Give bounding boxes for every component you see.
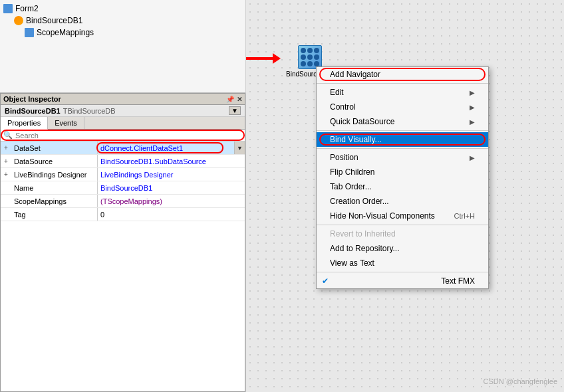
ctx-separator-5 — [317, 272, 488, 272]
oi-target: BindSourceDB1 TBindSourceDB ▼ — [1, 105, 245, 117]
oi-properties: + DataSet dConnect.ClientDataSet1 ▼ + Da… — [1, 142, 245, 391]
livebindings-name: LiveBindings Designer — [11, 168, 98, 181]
prop-row-name[interactable]: Name BindSourceDB1 — [1, 181, 245, 195]
tag-expander — [1, 208, 11, 221]
prop-row-tag[interactable]: Tag 0 — [1, 208, 245, 221]
ctx-bind-visually[interactable]: Bind Visually... — [317, 132, 488, 147]
datasource-name: DataSource — [11, 155, 98, 167]
ctx-position-arrow: ▶ — [470, 154, 475, 161]
main-layout: Form2 BindSourceDB1 ScopeMappings Object… — [0, 0, 564, 392]
tree-label-bindsource: BindSourceDB1 — [26, 16, 82, 25]
ctx-edit[interactable]: Edit ▶ — [317, 85, 488, 100]
ctx-separator-3 — [317, 148, 488, 149]
ctx-creation-order[interactable]: Creation Order... — [317, 194, 488, 209]
ctx-checkmark: ✔ — [322, 276, 329, 286]
datasource-expander[interactable]: + — [1, 155, 11, 167]
oi-search: 🔍 — [1, 130, 245, 142]
datasource-value: BindSourceDB1.SubDataSource — [98, 155, 245, 167]
right-panel[interactable]: BindSourceDB1 Add Navigator Edit ▶ Contr… — [246, 0, 564, 392]
name-prop-name: Name — [11, 181, 98, 194]
scopemappings-prop-name: ScopeMappings — [11, 195, 98, 207]
oi-pin-button[interactable]: 📌 — [226, 96, 234, 103]
db-icon — [13, 15, 24, 26]
ctx-separator-2 — [317, 130, 488, 131]
bind-dot-8 — [307, 61, 313, 66]
ctx-add-navigator[interactable]: Add Navigator — [317, 67, 488, 82]
search-icon: 🔍 — [3, 131, 13, 140]
bind-dot-6 — [314, 54, 319, 60]
left-panel: Form2 BindSourceDB1 ScopeMappings Object… — [0, 0, 246, 392]
bind-dot-1 — [301, 48, 306, 53]
bind-dot-3 — [314, 48, 319, 53]
bind-dot-5 — [307, 54, 313, 60]
ctx-revert: Revert to Inherited — [317, 227, 488, 241]
tree-area: Form2 BindSourceDB1 ScopeMappings — [0, 0, 245, 93]
ctx-control[interactable]: Control ▶ — [317, 100, 488, 114]
tree-item-bindsource[interactable]: BindSourceDB1 — [13, 15, 243, 27]
ctx-position[interactable]: Position ▶ — [317, 150, 488, 165]
oi-target-type: TBindSourceDB — [63, 107, 116, 115]
prop-row-scopemappings[interactable]: ScopeMappings (TScopeMappings) — [1, 195, 245, 208]
oi-tabs: Properties Events — [1, 117, 245, 130]
tree-item-form2[interactable]: Form2 — [3, 3, 243, 15]
ctx-text-fmx[interactable]: ✔ Text FMX — [317, 274, 488, 288]
arrow-shaft — [246, 57, 273, 60]
object-inspector: Object Inspector 📌 ✕ BindSourceDB1 TBind… — [0, 93, 245, 392]
dataset-dropdown[interactable]: ▼ — [234, 142, 245, 154]
tab-events[interactable]: Events — [48, 117, 84, 129]
name-value: BindSourceDB1 — [98, 181, 245, 194]
search-input[interactable] — [15, 132, 242, 140]
oi-target-name: BindSourceDB1 — [5, 107, 61, 115]
form-icon — [3, 3, 13, 14]
oi-close-button[interactable]: ✕ — [237, 96, 242, 103]
oi-title: Object Inspector — [3, 95, 61, 103]
livebindings-expander[interactable]: + — [1, 168, 11, 181]
ctx-control-arrow: ▶ — [470, 104, 475, 111]
bind-dot-2 — [307, 48, 313, 53]
ctx-quick-datasource[interactable]: Quick DataSource ▶ — [317, 114, 488, 129]
oi-target-dropdown[interactable]: ▼ — [229, 106, 241, 115]
red-arrow — [246, 53, 281, 64]
arrow-head — [273, 53, 281, 64]
oi-titlebar-buttons: 📌 ✕ — [226, 96, 242, 103]
bind-source-icon — [298, 45, 322, 69]
bind-dot-4 — [301, 54, 306, 60]
tag-value: 0 — [98, 208, 245, 221]
ctx-hide-shortcut: Ctrl+H — [454, 212, 475, 220]
watermark: CSDN @changfenglee — [484, 377, 557, 385]
prop-row-datasource[interactable]: + DataSource BindSourceDB1.SubDataSource — [1, 155, 245, 168]
ctx-view-text[interactable]: View as Text — [317, 256, 488, 270]
ctx-separator-4 — [317, 225, 488, 225]
ctx-tab-order[interactable]: Tab Order... — [317, 179, 488, 194]
scopemappings-expander — [1, 195, 11, 207]
prop-row-dataset[interactable]: + DataSet dConnect.ClientDataSet1 ▼ — [1, 142, 245, 155]
tree-item-scopemappings[interactable]: ScopeMappings — [24, 27, 243, 39]
ctx-edit-arrow: ▶ — [470, 89, 475, 96]
ctx-quick-ds-arrow: ▶ — [470, 118, 475, 126]
arrow-container — [246, 53, 281, 64]
name-expander — [1, 181, 11, 194]
tree-label-scopemappings: ScopeMappings — [37, 28, 94, 37]
ctx-add-repo[interactable]: Add to Repository... — [317, 241, 488, 256]
tag-prop-name: Tag — [11, 208, 98, 221]
dataset-name: DataSet — [11, 142, 98, 154]
context-menu: Add Navigator Edit ▶ Control ▶ Quick Dat… — [316, 66, 489, 289]
oi-titlebar: Object Inspector 📌 ✕ — [1, 94, 245, 105]
tab-properties[interactable]: Properties — [1, 117, 48, 130]
scopemappings-value: (TScopeMappings) — [98, 195, 245, 207]
dataset-value[interactable]: dConnect.ClientDataSet1 — [98, 142, 234, 154]
scope-icon — [24, 27, 35, 38]
ctx-flip-children[interactable]: Flip Children — [317, 165, 488, 179]
bind-dot-9 — [314, 61, 319, 66]
prop-row-livebindings[interactable]: + LiveBindings Designer LiveBindings Des… — [1, 168, 245, 181]
ctx-hide-nonvisual[interactable]: Hide Non-Visual Components Ctrl+H — [317, 209, 488, 223]
livebindings-value: LiveBindings Designer — [98, 168, 245, 181]
bind-dot-7 — [301, 61, 306, 66]
ctx-separator-1 — [317, 83, 488, 84]
tree-label-form2: Form2 — [15, 4, 39, 13]
dataset-expander[interactable]: + — [1, 142, 11, 154]
